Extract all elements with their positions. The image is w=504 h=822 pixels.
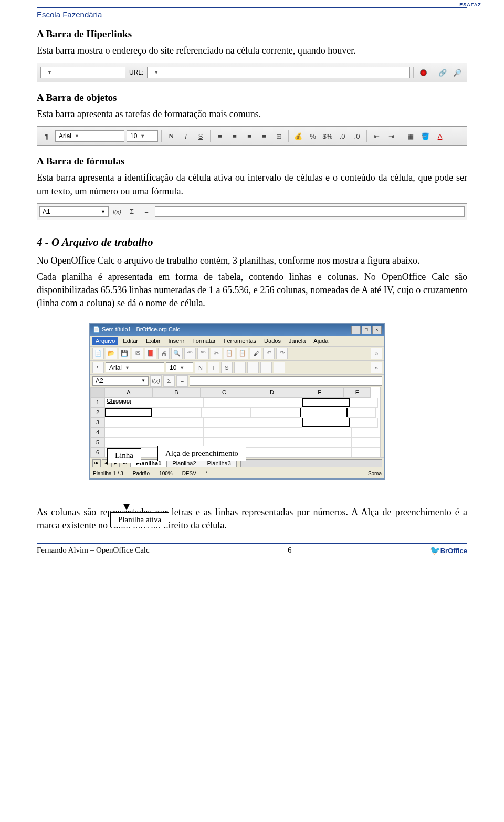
brush-icon[interactable]: 🖌 bbox=[250, 348, 261, 359]
italic-mini[interactable]: I bbox=[208, 362, 219, 373]
menu-arquivo[interactable]: Arquivo bbox=[92, 337, 118, 345]
col-header-d[interactable]: D bbox=[248, 387, 296, 398]
sigma-mini[interactable]: Σ bbox=[163, 375, 175, 387]
align-left-icon[interactable]: ≡ bbox=[214, 130, 226, 142]
font-name-dropdown[interactable]: Arial▼ bbox=[55, 130, 124, 142]
horizontal-scrollbar[interactable] bbox=[240, 459, 382, 467]
font-size-dropdown[interactable]: 10▼ bbox=[127, 130, 158, 142]
arrow-down-icon: ▾ bbox=[123, 499, 130, 514]
menu-dados[interactable]: Dados bbox=[261, 337, 284, 345]
target-icon[interactable] bbox=[417, 66, 429, 79]
row-header-2[interactable]: 2 bbox=[90, 408, 105, 418]
italic-button[interactable]: I bbox=[180, 130, 192, 142]
section-objects-text: Esta barra apresenta as tarefas de forma… bbox=[37, 108, 467, 121]
new-icon[interactable]: 📄 bbox=[92, 348, 104, 359]
underline-button[interactable]: S bbox=[194, 130, 207, 142]
save-icon[interactable]: 💾 bbox=[119, 348, 130, 359]
row-header-1[interactable]: 1 bbox=[90, 398, 105, 408]
styles-icon[interactable]: ¶ bbox=[40, 130, 53, 142]
menu-editar[interactable]: Editar bbox=[120, 337, 141, 345]
maximize-button[interactable]: □ bbox=[362, 326, 371, 334]
col-header-f[interactable]: F bbox=[344, 387, 371, 398]
cell-reference-box[interactable]: A1▼ bbox=[39, 206, 109, 217]
number-format-icon[interactable]: $% bbox=[321, 130, 334, 142]
size-dropdown-mini[interactable]: 10▼ bbox=[166, 362, 193, 372]
menubar: Arquivo Editar Exibir Inserir Formatar F… bbox=[90, 336, 384, 347]
dec-increase-icon[interactable]: .0 bbox=[336, 130, 349, 142]
menu-ajuda[interactable]: Ajuda bbox=[310, 337, 331, 345]
preview-icon[interactable]: 🔍 bbox=[171, 348, 183, 359]
section-formula-text: Esta barra apresenta a identificação da … bbox=[37, 171, 467, 197]
menu-ferramentas[interactable]: Ferramentas bbox=[220, 337, 259, 345]
indent-decrease-icon[interactable]: ⇤ bbox=[370, 130, 383, 142]
open-icon[interactable]: 📂 bbox=[106, 348, 117, 359]
autocheck-icon[interactable]: ᴬᴮ bbox=[197, 348, 209, 359]
align-right-icon[interactable]: ≡ bbox=[243, 130, 256, 142]
menu-inserir[interactable]: Inserir bbox=[165, 337, 188, 345]
print-icon[interactable]: 🖨 bbox=[158, 348, 170, 359]
mail-icon[interactable]: ✉ bbox=[132, 348, 143, 359]
menu-formatar[interactable]: Formatar bbox=[189, 337, 219, 345]
format-more-icon[interactable]: » bbox=[371, 362, 382, 373]
al-right-mini[interactable]: ≡ bbox=[260, 362, 272, 373]
format-toolbar-mini: ¶ Arial▼ 10▼ N I S ≡ ≡ ≡ ≡ » bbox=[90, 361, 384, 375]
formula-input-mini[interactable] bbox=[190, 376, 382, 386]
merge-icon[interactable]: ⊞ bbox=[272, 130, 285, 142]
vertical-scrollbar[interactable] bbox=[380, 387, 384, 457]
cut-icon[interactable]: ✂ bbox=[211, 348, 222, 359]
al-center-mini[interactable]: ≡ bbox=[247, 362, 259, 373]
col-header-a[interactable]: A bbox=[105, 387, 153, 398]
close-button[interactable]: × bbox=[372, 326, 382, 334]
cell-a1[interactable]: Ghiggiggi bbox=[105, 398, 154, 408]
bold-button[interactable]: N bbox=[165, 130, 177, 142]
section-hyperlinks-text: Esta barra mostra o endereço do site ref… bbox=[37, 44, 467, 57]
function-wizard-icon[interactable]: f(x) bbox=[111, 205, 123, 218]
hyperlink-name-dropdown[interactable]: ▼ bbox=[40, 67, 125, 78]
bold-mini[interactable]: N bbox=[195, 362, 206, 373]
al-left-mini[interactable]: ≡ bbox=[234, 362, 246, 373]
cellref-mini[interactable]: A2▼ bbox=[92, 376, 149, 386]
row-header-5[interactable]: 5 bbox=[90, 438, 105, 448]
row-header-3[interactable]: 3 bbox=[90, 418, 105, 428]
minimize-button[interactable]: _ bbox=[351, 326, 361, 334]
font-color-icon[interactable]: A bbox=[434, 130, 446, 142]
col-header-e[interactable]: E bbox=[296, 387, 344, 398]
undo-icon[interactable]: ↶ bbox=[263, 348, 275, 359]
styles-mini-icon[interactable]: ¶ bbox=[92, 362, 104, 373]
esafaz-logo: ESAFAZ bbox=[453, 0, 488, 7]
formula-input[interactable] bbox=[155, 206, 465, 217]
menu-exibir[interactable]: Exibir bbox=[143, 337, 164, 345]
paste-icon[interactable]: 📋 bbox=[237, 348, 248, 359]
dec-decrease-icon[interactable]: .0 bbox=[351, 130, 363, 142]
url-input[interactable]: ▼ bbox=[147, 67, 410, 78]
toolbar-more-icon[interactable]: » bbox=[371, 348, 382, 359]
find-icon[interactable]: 🔎 bbox=[451, 66, 464, 79]
borders-icon[interactable]: ▦ bbox=[404, 130, 417, 142]
indent-increase-icon[interactable]: ⇥ bbox=[385, 130, 397, 142]
status-zoom: 100% bbox=[159, 471, 173, 476]
copy-icon[interactable]: 📋 bbox=[224, 348, 235, 359]
col-header-b[interactable]: B bbox=[153, 387, 201, 398]
eq-mini[interactable]: = bbox=[176, 375, 188, 387]
col-header-c[interactable]: C bbox=[201, 387, 248, 398]
row-header-4[interactable]: 4 bbox=[90, 428, 105, 438]
row-header-6[interactable]: 6 bbox=[90, 448, 105, 457]
al-just-mini[interactable]: ≡ bbox=[274, 362, 285, 373]
percent-icon[interactable]: % bbox=[307, 130, 319, 142]
spellcheck-abc-icon[interactable]: ᴬᴮ bbox=[184, 348, 196, 359]
menu-janela[interactable]: Janela bbox=[286, 337, 309, 345]
currency-icon[interactable]: 💰 bbox=[292, 130, 304, 142]
align-justify-icon[interactable]: ≡ bbox=[258, 130, 270, 142]
equals-icon[interactable]: = bbox=[140, 205, 153, 218]
tab-first-icon[interactable]: ⏮ bbox=[92, 459, 101, 467]
font-dropdown-mini[interactable]: Arial▼ bbox=[106, 362, 164, 372]
pdf-icon[interactable]: 📕 bbox=[145, 348, 156, 359]
redo-icon[interactable]: ↷ bbox=[276, 348, 288, 359]
link-icon[interactable]: 🔗 bbox=[436, 66, 449, 79]
fill-color-icon[interactable]: 🪣 bbox=[419, 130, 432, 142]
align-center-icon[interactable]: ≡ bbox=[228, 130, 241, 142]
underline-mini[interactable]: S bbox=[221, 362, 233, 373]
sum-icon[interactable]: Σ bbox=[125, 205, 138, 218]
fx-mini[interactable]: f(x) bbox=[150, 375, 162, 387]
cell-a2-active[interactable] bbox=[105, 408, 152, 417]
